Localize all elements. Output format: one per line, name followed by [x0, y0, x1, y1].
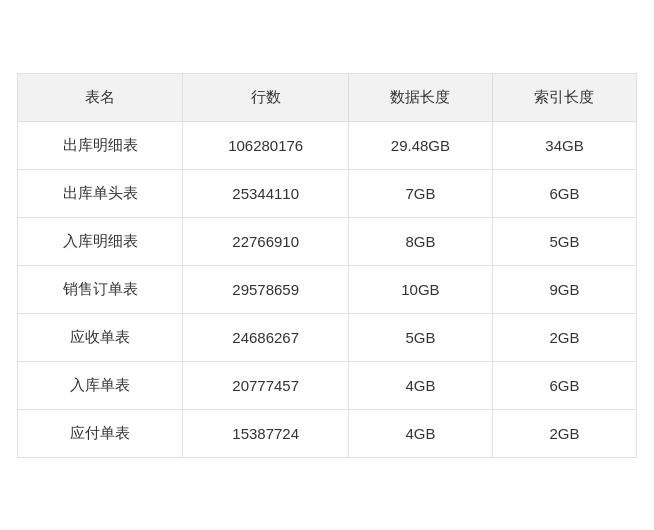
- cell-data-length: 7GB: [348, 169, 492, 217]
- cell-index-length: 6GB: [492, 361, 636, 409]
- table-header-row: 表名 行数 数据长度 索引长度: [18, 73, 637, 121]
- col-header-rows: 行数: [183, 73, 349, 121]
- cell-index-length: 2GB: [492, 409, 636, 457]
- col-header-name: 表名: [18, 73, 183, 121]
- table-row: 销售订单表2957865910GB9GB: [18, 265, 637, 313]
- cell-index-length: 34GB: [492, 121, 636, 169]
- cell-data-length: 5GB: [348, 313, 492, 361]
- cell-rows: 106280176: [183, 121, 349, 169]
- cell-index-length: 9GB: [492, 265, 636, 313]
- cell-index-length: 6GB: [492, 169, 636, 217]
- cell-data-length: 4GB: [348, 409, 492, 457]
- cell-rows: 15387724: [183, 409, 349, 457]
- table-row: 出库明细表10628017629.48GB34GB: [18, 121, 637, 169]
- table-row: 应付单表153877244GB2GB: [18, 409, 637, 457]
- col-header-data-length: 数据长度: [348, 73, 492, 121]
- cell-data-length: 8GB: [348, 217, 492, 265]
- table-row: 入库单表207774574GB6GB: [18, 361, 637, 409]
- cell-rows: 20777457: [183, 361, 349, 409]
- table-row: 出库单头表253441107GB6GB: [18, 169, 637, 217]
- data-table: 表名 行数 数据长度 索引长度 出库明细表10628017629.48GB34G…: [17, 73, 637, 458]
- cell-name: 应付单表: [18, 409, 183, 457]
- cell-name: 应收单表: [18, 313, 183, 361]
- cell-rows: 22766910: [183, 217, 349, 265]
- table-row: 入库明细表227669108GB5GB: [18, 217, 637, 265]
- cell-rows: 25344110: [183, 169, 349, 217]
- table-container: 表名 行数 数据长度 索引长度 出库明细表10628017629.48GB34G…: [17, 73, 637, 458]
- cell-name: 入库明细表: [18, 217, 183, 265]
- cell-index-length: 5GB: [492, 217, 636, 265]
- cell-data-length: 4GB: [348, 361, 492, 409]
- cell-name: 销售订单表: [18, 265, 183, 313]
- cell-rows: 29578659: [183, 265, 349, 313]
- cell-rows: 24686267: [183, 313, 349, 361]
- cell-data-length: 10GB: [348, 265, 492, 313]
- cell-name: 出库单头表: [18, 169, 183, 217]
- table-row: 应收单表246862675GB2GB: [18, 313, 637, 361]
- cell-name: 入库单表: [18, 361, 183, 409]
- cell-data-length: 29.48GB: [348, 121, 492, 169]
- col-header-index-length: 索引长度: [492, 73, 636, 121]
- cell-index-length: 2GB: [492, 313, 636, 361]
- cell-name: 出库明细表: [18, 121, 183, 169]
